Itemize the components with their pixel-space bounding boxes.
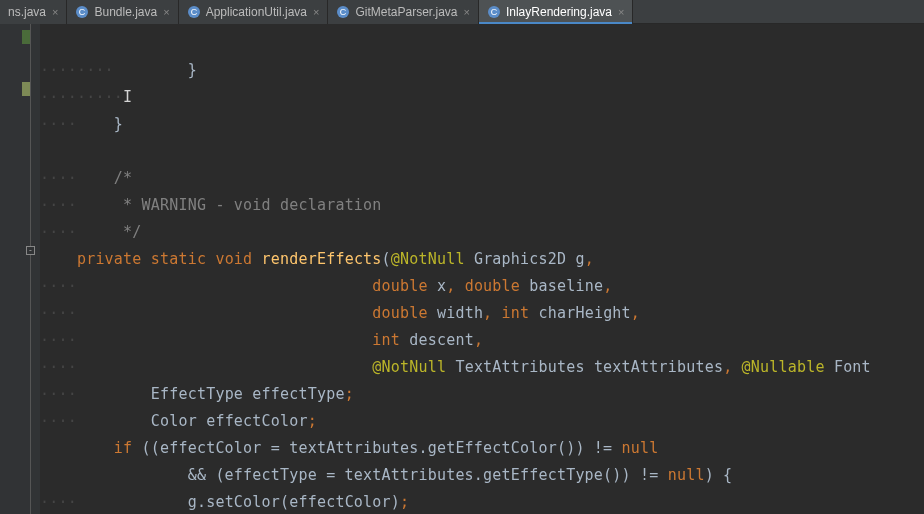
keyword: if (40, 439, 132, 457)
punct: ; (400, 493, 409, 511)
method-name: renderEffects (262, 250, 382, 268)
keyword: private (40, 250, 142, 268)
keyword: null (668, 466, 705, 484)
code-text: } (77, 115, 123, 133)
keyword: double (465, 277, 520, 295)
svg-text:C: C (79, 7, 86, 17)
comment-text: /* (77, 169, 132, 187)
annotation: @NotNull (372, 358, 446, 376)
param: charHeight (539, 304, 631, 322)
tab-label: InlayRendering.java (506, 5, 612, 19)
punct: ; (308, 412, 317, 430)
tab-applicationutil[interactable]: C ApplicationUtil.java × (179, 0, 329, 24)
comment-text: */ (77, 223, 142, 241)
param: baseline (529, 277, 603, 295)
param: descent (409, 331, 474, 349)
punct: , (474, 331, 483, 349)
param: width (437, 304, 483, 322)
code-text: } (114, 61, 197, 79)
keyword: int (502, 304, 530, 322)
punct: ; (345, 385, 354, 403)
class-icon: C (187, 5, 201, 19)
param: g (575, 250, 584, 268)
punct: , (446, 277, 455, 295)
type: Graphics2D (474, 250, 566, 268)
class-icon: C (75, 5, 89, 19)
fold-toggle-icon[interactable]: - (26, 246, 35, 255)
caret-icon: I (123, 88, 132, 106)
keyword: static (151, 250, 206, 268)
close-icon[interactable]: × (464, 6, 470, 18)
punct: , (723, 358, 732, 376)
fold-guide (30, 24, 31, 514)
type: Font (834, 358, 871, 376)
close-icon[interactable]: × (163, 6, 169, 18)
tab-label: ns.java (8, 5, 46, 19)
keyword: double (372, 304, 427, 322)
class-icon: C (487, 5, 501, 19)
comment-text: * WARNING - void declaration (77, 196, 382, 214)
keyword: double (372, 277, 427, 295)
punct: , (585, 250, 594, 268)
pad (77, 277, 372, 295)
tab-gitmetaparser[interactable]: C GitMetaParser.java × (328, 0, 478, 24)
param: x (437, 277, 446, 295)
stmt: g.setColor(effectColor) (77, 493, 400, 511)
class-icon: C (336, 5, 350, 19)
keyword: void (215, 250, 252, 268)
close-icon[interactable]: × (52, 6, 58, 18)
pad (77, 331, 372, 349)
tab-inlayrendering[interactable]: C InlayRendering.java × (479, 0, 634, 24)
annotation: @NotNull (391, 250, 465, 268)
tab-active-underline (479, 22, 633, 24)
editor-area: - ········ } ·········I ···· } ···· /* ·… (0, 24, 924, 514)
editor-tabs: ns.java × C Bundle.java × C ApplicationU… (0, 0, 924, 24)
code-editor[interactable]: ········ } ·········I ···· } ···· /* ···… (40, 24, 871, 514)
param: textAttributes (594, 358, 723, 376)
tab-ns[interactable]: ns.java × (0, 0, 67, 24)
tab-label: Bundle.java (94, 5, 157, 19)
punct: , (631, 304, 640, 322)
keyword: null (622, 439, 659, 457)
close-icon[interactable]: × (618, 6, 624, 18)
expr: && (effectType = textAttributes.getEffec… (40, 466, 668, 484)
svg-text:C: C (340, 7, 347, 17)
punct: ( (382, 250, 391, 268)
punct: , (483, 304, 492, 322)
svg-text:C: C (491, 7, 498, 17)
close-icon[interactable]: × (313, 6, 319, 18)
pad (77, 358, 372, 376)
vcs-change-marker[interactable] (22, 30, 30, 44)
expr: ((effectColor = textAttributes.getEffect… (132, 439, 621, 457)
tab-bundle[interactable]: C Bundle.java × (67, 0, 178, 24)
keyword: int (372, 331, 400, 349)
vcs-change-marker[interactable] (22, 82, 30, 96)
tab-label: GitMetaParser.java (355, 5, 457, 19)
pad (77, 304, 372, 322)
brace: ) { (705, 466, 733, 484)
annotation: @Nullable (742, 358, 825, 376)
punct: , (603, 277, 612, 295)
tab-label: ApplicationUtil.java (206, 5, 307, 19)
stmt: EffectType effectType (77, 385, 345, 403)
svg-text:C: C (190, 7, 197, 17)
gutter[interactable]: - (0, 24, 40, 514)
type: TextAttributes (455, 358, 584, 376)
stmt: Color effectColor (77, 412, 308, 430)
